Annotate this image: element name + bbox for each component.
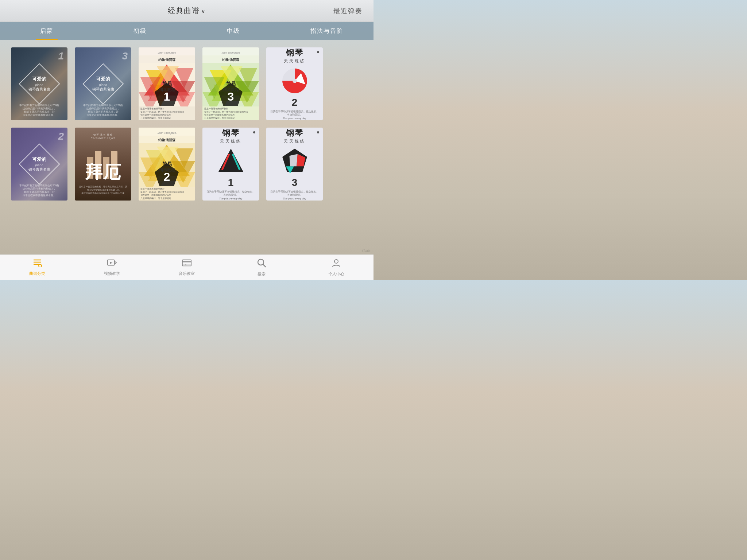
profile-icon bbox=[332, 258, 341, 270]
cute-1-number: 1 bbox=[58, 50, 64, 62]
cute-3-desc: 本书的所有方面钢琴出版公司250曲这些作品已行演奏的基础上，精选了著名的古典名曲… bbox=[80, 104, 126, 117]
music-icon: ♫ bbox=[182, 258, 192, 269]
tab-zhongji-label: 中级 bbox=[227, 27, 240, 35]
thompson-2-series: 简易 bbox=[139, 161, 195, 167]
svg-marker-56 bbox=[115, 261, 117, 264]
thompson-3-num: 3 bbox=[202, 90, 259, 104]
daily-3-desc: 目的在于帮助练琴者锻炼指尖，使之健实、有力和灵活。The piano every… bbox=[266, 190, 323, 201]
thompson-2-num-div: 2 bbox=[139, 170, 195, 184]
thompson-3-author-cn: 约翰·汤普森 bbox=[202, 55, 259, 63]
cute-1-desc: 本书的所有方面钢琴出版公司250曲这些作品已行演奏的基础上，精选了著名的古典名曲… bbox=[16, 104, 62, 117]
watermark: TAub bbox=[361, 248, 370, 253]
thompson-1-series: 简易 bbox=[139, 81, 195, 87]
tab-qimeng[interactable]: 启蒙 bbox=[0, 22, 93, 40]
book-cute-1[interactable]: 1 可爱的 piano 钢琴古典名曲 本书的所有方面钢琴出版公司250曲这些作品… bbox=[11, 47, 67, 120]
nav-music[interactable]: ♫ 音乐教室 bbox=[150, 258, 224, 276]
tab-chuji-label: 初级 bbox=[133, 27, 147, 35]
thompson-2-footer: 这是一著著名的钢琴教材提供了一种基础，也不费力的习习钢琴的方法你在这里一群能够各… bbox=[139, 187, 195, 201]
thompson-2-author-cn: 约翰·汤普森 bbox=[139, 136, 195, 143]
thompson-3-series: 简易 bbox=[202, 81, 259, 87]
book-row-2: 2 可爱的 piano 钢琴古典名曲 本书的所有方面钢琴出版公司250曲这些作品… bbox=[11, 128, 363, 201]
nav-search-label: 搜索 bbox=[258, 271, 266, 277]
book-cute-2[interactable]: 2 可爱的 piano 钢琴古典名曲 本书的所有方面钢琴出版公司250曲这些作品… bbox=[11, 128, 67, 201]
thompson-3-author-text: 约翰·汤普森 bbox=[222, 58, 240, 62]
daily-1-triangle bbox=[216, 147, 245, 175]
thompson-2-header: -John Thompson- bbox=[139, 128, 195, 136]
cute-3-number: 3 bbox=[122, 50, 128, 62]
daily-3-title2: 天天练练 bbox=[284, 139, 306, 144]
tab-qimeng-label: 启蒙 bbox=[40, 27, 53, 35]
content-area: 1 可爱的 piano 钢琴古典名曲 本书的所有方面钢琴出版公司250曲这些作品… bbox=[0, 40, 374, 254]
tab-bar: 启蒙 初级 中级 指法与音阶 bbox=[0, 22, 374, 40]
thompson-2-author-text: 约翰·汤普森 bbox=[158, 138, 176, 142]
cute-2-text: 可爱的 piano 钢琴古典名曲 bbox=[28, 156, 50, 172]
book-thompson-3[interactable]: -John Thompson- 约翰·汤普森 bbox=[202, 47, 259, 120]
thompson-3-num-text: 3 bbox=[228, 90, 234, 103]
daily-2-desc: 目的在于帮助练琴者锻炼指尖，使之健实、有力和灵活。The piano every… bbox=[266, 110, 323, 120]
tab-zhifa[interactable]: 指法与音阶 bbox=[280, 22, 374, 40]
header: 经典曲谱∨ 最近弹奏 bbox=[0, 0, 374, 22]
cute-1-text: 可爱的 piano 钢琴古典名曲 bbox=[28, 76, 50, 92]
cute-1-main: 可爱的 bbox=[28, 76, 50, 82]
thompson-3-geo-area: 简易 钢琴教程 3 bbox=[202, 63, 259, 106]
cute-2-number: 2 bbox=[58, 131, 64, 142]
svg-marker-57 bbox=[110, 262, 113, 264]
thompson-1-header: -John Thompson- bbox=[139, 47, 195, 55]
cute-2-cn: 钢琴古典名曲 bbox=[28, 167, 50, 172]
nav-profile[interactable]: 个人中心 bbox=[299, 258, 374, 277]
nav-video[interactable]: 视频教学 bbox=[75, 258, 150, 276]
daily-3-pentagon bbox=[280, 147, 309, 175]
header-title-text: 经典曲谱 bbox=[168, 7, 200, 15]
thompson-1-author-cn: 约翰·汤普森 bbox=[139, 55, 195, 63]
svg-point-26 bbox=[293, 79, 297, 83]
thompson-1-author-text: 约翰·汤普森 bbox=[158, 58, 176, 62]
beyer-title-text: 拜厄 bbox=[85, 162, 121, 182]
nav-profile-label: 个人中心 bbox=[328, 271, 344, 277]
search-icon bbox=[257, 258, 266, 270]
thompson-1-footer: 这是一著著名的钢琴教材提供了一种基础，也不费力的习习钢琴的方法你在这里一群能够各… bbox=[139, 106, 195, 120]
thompson-2-num-text: 2 bbox=[164, 170, 170, 183]
book-beyer[interactable]: - 钢琴 基本 教程 - Ferdinand Beyer 拜厄 提供了一套完整的… bbox=[75, 128, 131, 201]
svg-point-65 bbox=[334, 260, 338, 263]
dropdown-arrow[interactable]: ∨ bbox=[201, 8, 206, 14]
daily-1-dot bbox=[253, 131, 255, 133]
cute-2-desc: 本书的所有方面钢琴出版公司250曲这些作品已行演奏的基础上，精选了著名的古典名曲… bbox=[16, 184, 62, 197]
cute-3-piano: piano bbox=[92, 83, 114, 87]
svg-text:♫: ♫ bbox=[184, 263, 186, 267]
bottom-nav: 曲谱分类 视频教学 ♫ 音乐教室 bbox=[0, 254, 374, 280]
cute-2-main: 可爱的 bbox=[28, 156, 50, 163]
cute-2-piano: piano bbox=[28, 163, 50, 167]
book-daily-2[interactable]: 钢琴 天天练练 2 目的在于帮助练琴者锻炼指尖，使之健实、有力和灵活。The p… bbox=[266, 47, 323, 120]
svg-marker-49 bbox=[289, 154, 297, 166]
book-row-1: 1 可爱的 piano 钢琴古典名曲 本书的所有方面钢琴出版公司250曲这些作品… bbox=[11, 47, 363, 120]
video-icon bbox=[107, 258, 117, 269]
cute-3-text: 可爱的 piano 钢琴古典名曲 bbox=[92, 76, 114, 92]
daily-3-dot bbox=[317, 131, 319, 133]
cute-1-cn: 钢琴古典名曲 bbox=[28, 87, 50, 92]
cute-3-cn: 钢琴古典名曲 bbox=[92, 87, 114, 92]
daily-2-title1: 钢琴 bbox=[286, 47, 303, 58]
cute-3-main: 可爱的 bbox=[92, 76, 114, 82]
recent-play-button[interactable]: 最近弹奏 bbox=[333, 7, 363, 15]
cute-1-piano: piano bbox=[28, 83, 50, 87]
book-daily-3[interactable]: 钢琴 天天练练 3 目的在于帮助练琴者锻炼指尖，使之健实、有力和灵活。The p… bbox=[266, 128, 323, 201]
book-thompson-2[interactable]: -John Thompson- 约翰·汤普森 bbox=[139, 128, 195, 201]
header-title[interactable]: 经典曲谱∨ bbox=[168, 6, 206, 16]
nav-scores[interactable]: 曲谱分类 bbox=[0, 258, 75, 276]
tab-chuji[interactable]: 初级 bbox=[93, 22, 187, 40]
svg-point-53 bbox=[39, 264, 42, 267]
tab-zhifa-label: 指法与音阶 bbox=[310, 27, 343, 35]
daily-1-title2: 天天练练 bbox=[220, 139, 242, 144]
nav-video-label: 视频教学 bbox=[104, 271, 120, 276]
thompson-1-geo-area: 简易 钢琴教程 1 bbox=[139, 63, 195, 106]
nav-search[interactable]: 搜索 bbox=[224, 258, 299, 277]
book-daily-1[interactable]: 钢琴 天天练练 1 目的在于帮助练琴者锻炼指尖，使之健实、有力和灵活。The p… bbox=[202, 128, 259, 201]
daily-dot bbox=[317, 51, 319, 53]
thompson-3-footer: 这是一著著名的钢琴教材提供了一种基础，也不费力的习习钢琴的方法你在这里一群能够各… bbox=[202, 106, 259, 120]
daily-2-pie-chart bbox=[280, 67, 309, 95]
book-cute-3[interactable]: 3 可爱的 piano 钢琴古典名曲 本书的所有方面钢琴出版公司250曲这些作品… bbox=[75, 47, 131, 120]
tab-zhongji[interactable]: 中级 bbox=[187, 22, 280, 40]
thompson-1-num: 1 bbox=[139, 90, 195, 104]
book-thompson-1[interactable]: -John Thompson- 约翰·汤普森 bbox=[139, 47, 195, 120]
daily-2-num: 2 bbox=[292, 97, 298, 108]
